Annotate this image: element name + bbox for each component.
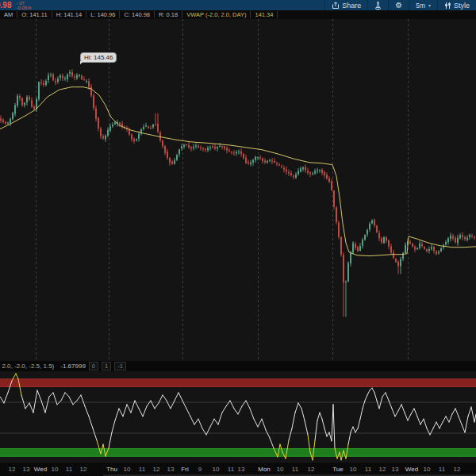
axis-hour-label-5: 12	[80, 466, 87, 473]
axis-hour-label-19: 12	[308, 466, 315, 473]
chevron-down-icon: ▾	[428, 2, 431, 8]
settings-button[interactable]: ⚙	[388, 0, 409, 10]
change-percent: -0.05%	[16, 6, 31, 10]
high-price-callout: Hi: 145.46	[80, 52, 117, 63]
ohlc-cell-5: R: 0.18	[155, 11, 182, 18]
axis-hour-label-23: 12	[379, 466, 386, 473]
price-chart-panel[interactable]: Hi: 145.46	[0, 19, 476, 361]
study-plot-values: 01-1	[86, 362, 126, 370]
axis-hour-label-14: 11	[228, 466, 234, 473]
style-label: Style	[454, 2, 470, 10]
axis-hour-label-21: 10	[350, 466, 357, 473]
ohlc-cell-3: L: 140.96	[86, 11, 120, 18]
toolbar-buttons: Share ⚙ 5m ▾ Style	[324, 0, 476, 10]
axis-hour-label-17: 10	[277, 466, 284, 473]
ohlc-cell-1: O: 141.11	[17, 11, 52, 18]
gear-icon: ⚙	[395, 2, 402, 10]
axis-hour-label-26: 10	[424, 466, 431, 473]
plot-box-1[interactable]: 1	[102, 362, 111, 370]
axis-hour-label-27: 11	[439, 466, 445, 473]
timeframe-value: 5m	[416, 2, 425, 10]
study-header-bar: , 2.0, -2.0, -2.5, 1.5) -1.67999 01-1	[0, 361, 476, 372]
oscillator-chart	[0, 371, 476, 462]
axis-hour-label-3: 10	[52, 466, 59, 473]
ohlc-cell-4: C: 140.98	[120, 11, 155, 18]
analyze-button[interactable]	[367, 0, 388, 10]
axis-hour-label-1: 13	[23, 466, 30, 473]
axis-day-label-fri-11: Fri	[181, 466, 188, 473]
timeframe-dropdown[interactable]: 5m ▾	[409, 0, 437, 10]
style-icon	[444, 2, 451, 10]
price-change: -.07 -0.05%	[16, 1, 31, 10]
oscillator-panel[interactable]	[0, 371, 476, 462]
axis-hour-label-13: 10	[213, 466, 220, 473]
axis-day-label-mon-16: Mon	[258, 466, 271, 473]
study-parameters: , 2.0, -2.0, -2.5, 1.5)	[0, 363, 54, 370]
ohlc-cell-2: H: 141.14	[52, 11, 87, 18]
axis-day-label-tue-20: Tue	[332, 466, 344, 473]
axis-hour-label-8: 11	[139, 466, 145, 473]
axis-hour-label-0: 12	[9, 466, 16, 473]
axis-hour-label-18: 11	[292, 466, 298, 473]
axis-hour-label-28: 12	[454, 466, 461, 473]
top-toolbar: 0.98 -.07 -0.05% Share ⚙ 5m ▾ Style	[0, 0, 476, 11]
time-axis[interactable]: 1213Wed101112Thu10111213Fri9101113Mon101…	[0, 462, 476, 476]
axis-hour-label-4: 11	[66, 466, 72, 473]
flask-icon	[374, 2, 382, 10]
axis-hour-label-7: 10	[124, 466, 131, 473]
axis-hour-label-22: 11	[365, 466, 371, 473]
axis-hour-label-12: 9	[198, 466, 202, 473]
study-current-value: -1.67999	[60, 363, 86, 370]
candlestick-chart	[0, 19, 476, 361]
axis-day-label-thu-6: Thu	[106, 466, 117, 473]
axis-hour-label-9: 12	[153, 466, 160, 473]
share-icon	[332, 2, 340, 10]
axis-hour-label-24: 13	[392, 466, 399, 473]
plot-box-0[interactable]: 0	[89, 362, 98, 370]
axis-day-label-wed-25: Wed	[405, 466, 418, 473]
plot-box-2[interactable]: -1	[114, 362, 126, 370]
vwap-study-label[interactable]: VWAP (-2.0, 2.0, DAY)	[182, 11, 251, 18]
axis-hour-label-15: 13	[238, 466, 245, 473]
axis-hour-label-10: 13	[167, 466, 175, 473]
axis-day-label-wed-2: Wed	[34, 466, 47, 473]
ohlc-cell-0: AM	[0, 11, 17, 18]
trading-app-window: 0.98 -.07 -0.05% Share ⚙ 5m ▾ Style	[0, 0, 476, 476]
last-price: 0.98	[0, 1, 11, 10]
share-label: Share	[342, 2, 361, 10]
style-button[interactable]: Style	[437, 0, 476, 10]
vwap-study-value: 141.34	[251, 11, 278, 18]
share-button[interactable]: Share	[324, 0, 367, 10]
